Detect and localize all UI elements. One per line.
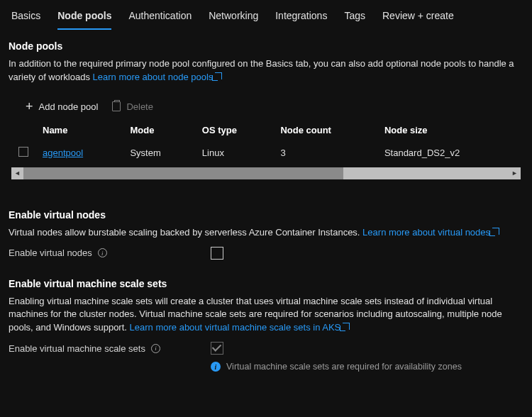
learn-more-node-pools-text: Learn more about node pools (93, 72, 214, 82)
pool-name-link[interactable]: agentpool (43, 148, 83, 158)
node-pools-desc-text: In addition to the required primary node… (9, 58, 514, 82)
pool-size: Standard_DS2_v2 (377, 141, 521, 165)
col-name: Name (35, 119, 123, 141)
add-node-pool-label: Add node pool (39, 101, 99, 112)
pool-os: Linux (195, 141, 274, 165)
tab-integrations[interactable]: Integrations (275, 6, 327, 30)
virtual-nodes-desc-text: Virtual nodes allow burstable scaling ba… (9, 227, 360, 238)
tab-networking[interactable]: Networking (209, 6, 258, 30)
pool-count: 3 (273, 141, 377, 165)
vmss-note: i Virtual machine scale sets are require… (211, 362, 523, 372)
learn-more-virtual-nodes-link[interactable]: Learn more about virtual nodes (362, 227, 499, 238)
scroll-thumb[interactable] (23, 167, 343, 179)
learn-more-node-pools-link[interactable]: Learn more about node pools (93, 72, 223, 82)
enable-virtual-nodes-text: Enable virtual nodes (9, 248, 92, 258)
enable-vmss-checkbox (211, 342, 223, 355)
tab-node-pools[interactable]: Node pools (57, 6, 111, 30)
info-icon[interactable]: i (98, 248, 107, 257)
scroll-track[interactable] (23, 167, 509, 179)
horizontal-scrollbar[interactable]: ◄ ► (11, 167, 521, 179)
external-link-icon (492, 228, 499, 235)
tab-tags[interactable]: Tags (344, 6, 365, 30)
node-pools-title: Node pools (9, 40, 523, 52)
learn-more-vmss-link[interactable]: Learn more about virtual machine scale s… (130, 322, 350, 333)
scroll-right-arrow-icon[interactable]: ► (509, 167, 521, 179)
enable-virtual-nodes-checkbox[interactable] (211, 247, 223, 260)
tab-authentication[interactable]: Authentication (128, 6, 192, 30)
virtual-nodes-desc: Virtual nodes allow burstable scaling ba… (9, 226, 523, 240)
info-icon[interactable]: i (151, 344, 160, 353)
col-mode: Mode (123, 119, 194, 141)
col-os: OS type (195, 119, 274, 141)
node-pools-desc: In addition to the required primary node… (9, 57, 523, 84)
virtual-nodes-title: Enable virtual nodes (9, 209, 523, 221)
col-count: Node count (273, 119, 377, 141)
node-pools-table: Name Mode OS type Node count Node size a… (11, 119, 521, 165)
vmss-title: Enable virtual machine scale sets (9, 278, 523, 289)
enable-vmss-text: Enable virtual machine scale sets (9, 343, 145, 354)
tab-review-create[interactable]: Review + create (382, 6, 454, 30)
table-row: agentpool System Linux 3 Standard_DS2_v2 (11, 141, 521, 165)
external-link-icon (215, 72, 222, 79)
learn-more-vmss-text: Learn more about virtual machine scale s… (130, 322, 341, 333)
pool-mode: System (123, 141, 194, 165)
enable-virtual-nodes-label: Enable virtual nodes i (9, 248, 211, 258)
info-filled-icon: i (211, 362, 221, 372)
external-link-icon (343, 323, 350, 330)
vmss-desc: Enabling virtual machine scale sets will… (9, 295, 523, 335)
scroll-left-arrow-icon[interactable]: ◄ (11, 167, 23, 179)
tab-bar: Basics Node pools Authentication Network… (0, 0, 532, 30)
learn-more-virtual-nodes-text: Learn more about virtual nodes (362, 227, 490, 238)
row-checkbox[interactable] (18, 147, 28, 157)
node-pool-toolbar: + Add node pool Delete (9, 89, 523, 119)
enable-vmss-label: Enable virtual machine scale sets i (9, 343, 211, 354)
tab-basics[interactable]: Basics (11, 6, 40, 30)
delete-node-pool-label: Delete (126, 101, 153, 112)
trash-icon (112, 101, 121, 111)
add-node-pool-button[interactable]: + Add node pool (26, 101, 98, 112)
plus-icon: + (26, 101, 33, 111)
col-size: Node size (377, 119, 521, 141)
vmss-note-text: Virtual machine scale sets are required … (226, 362, 462, 372)
delete-node-pool-button[interactable]: Delete (112, 101, 153, 112)
